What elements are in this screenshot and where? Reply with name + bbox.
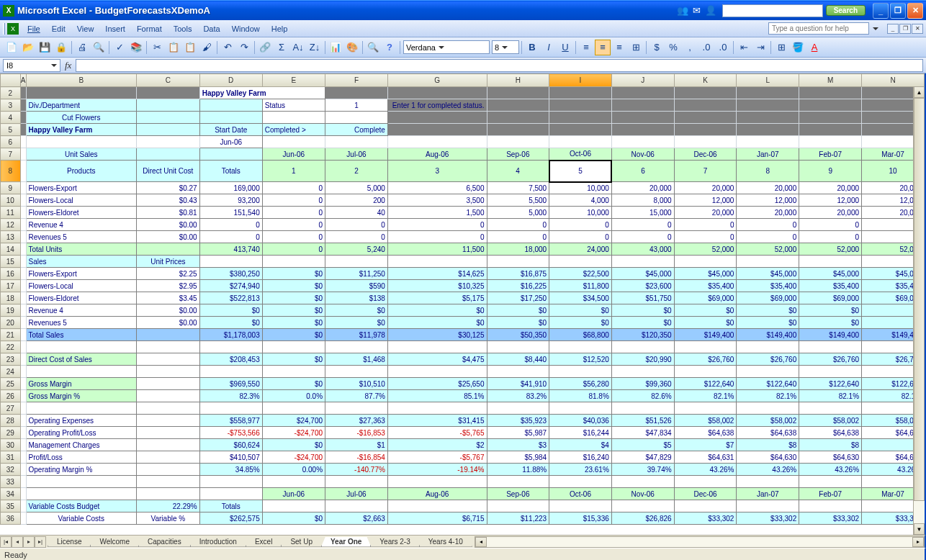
cell[interactable] (199, 341, 262, 353)
cell[interactable] (325, 476, 388, 488)
menu-window[interactable]: Window (226, 23, 266, 35)
row-header[interactable]: 35 (1, 500, 21, 512)
cell[interactable]: Revenues 5 (26, 231, 137, 243)
cell[interactable]: $590 (325, 280, 388, 292)
cell[interactable]: 151,540 (199, 207, 262, 219)
cell[interactable]: 2 (325, 161, 388, 182)
cell[interactable]: -140.77% (325, 464, 388, 476)
cell[interactable] (20, 292, 26, 304)
cell[interactable] (20, 402, 26, 415)
cell[interactable]: 0 (737, 231, 799, 243)
cell[interactable] (487, 87, 549, 99)
cell[interactable]: $45,000 (611, 268, 674, 280)
cell[interactable]: 0 (799, 231, 862, 243)
cell[interactable] (26, 341, 137, 353)
underline-icon[interactable]: U (557, 40, 573, 55)
cell[interactable]: $0.43 (137, 194, 200, 207)
cell[interactable]: $2.95 (137, 280, 200, 292)
cell[interactable]: $0 (611, 317, 674, 329)
row-header[interactable]: 5 (1, 124, 21, 136)
cell[interactable]: $0 (199, 304, 262, 317)
cell[interactable] (137, 124, 200, 136)
row-header[interactable]: 28 (1, 415, 21, 427)
sort-asc-icon[interactable]: A↓ (290, 40, 306, 55)
cell[interactable]: $45,000 (737, 268, 799, 280)
cell[interactable]: $69,000 (674, 292, 737, 304)
cell[interactable] (799, 136, 862, 148)
cell[interactable]: Aug-06 (387, 148, 487, 161)
cell[interactable]: Revenue 4 (26, 219, 137, 231)
cell[interactable]: Flowers-Export (26, 268, 137, 280)
cell[interactable]: $0 (325, 317, 388, 329)
cell[interactable]: $40,036 (549, 415, 612, 427)
sort-desc-icon[interactable]: Z↓ (307, 40, 323, 55)
cell[interactable] (674, 136, 737, 148)
cell[interactable]: $68,800 (549, 329, 612, 341)
cell[interactable]: 12,000 (737, 194, 799, 207)
cell[interactable]: $5,984 (487, 451, 549, 464)
cell[interactable]: 0 (487, 219, 549, 231)
cell[interactable]: -$5,765 (387, 427, 487, 439)
cell[interactable] (199, 112, 262, 124)
cell[interactable]: 6 (611, 161, 674, 182)
save-icon[interactable]: 💾 (37, 40, 53, 55)
cell[interactable]: 82.1% (799, 390, 862, 402)
cell[interactable] (20, 488, 26, 500)
cell[interactable] (262, 366, 325, 378)
cell[interactable]: 0.00% (262, 464, 325, 476)
cell[interactable]: $0 (674, 317, 737, 329)
cell[interactable] (674, 99, 737, 112)
cell[interactable] (137, 488, 200, 500)
cell[interactable]: 82.6% (611, 390, 674, 402)
cell[interactable]: $0 (325, 304, 388, 317)
print-icon[interactable]: 🖨 (74, 40, 90, 55)
row-header[interactable]: 33 (1, 476, 21, 488)
row-header[interactable]: 24 (1, 366, 21, 378)
cell[interactable]: Variable Costs Budget (26, 500, 137, 512)
cell[interactable]: $1,468 (325, 353, 388, 366)
cell[interactable]: $41,910 (487, 378, 549, 390)
people-icon[interactable]: 👥 (677, 5, 688, 16)
row-header[interactable]: 26 (1, 390, 21, 402)
cell[interactable]: Sep-06 (487, 148, 549, 161)
drawing-icon[interactable]: 🎨 (344, 40, 360, 55)
format-painter-icon[interactable]: 🖌 (199, 40, 215, 55)
cell[interactable] (199, 99, 262, 112)
cell[interactable] (26, 136, 137, 148)
cell[interactable]: Operating Expenses (26, 415, 137, 427)
web-search-button[interactable]: Search (826, 5, 866, 16)
tab-first-button[interactable]: |◂ (0, 536, 12, 548)
decrease-indent-icon[interactable]: ⇤ (736, 40, 752, 55)
cell[interactable]: Unit Sales (26, 148, 137, 161)
redo-icon[interactable]: ↷ (236, 40, 252, 55)
align-left-icon[interactable]: ≡ (578, 40, 594, 55)
cell[interactable]: Div./Department (26, 99, 137, 112)
cell[interactable]: $410,507 (199, 451, 262, 464)
cell[interactable]: $0 (487, 304, 549, 317)
cell[interactable]: 5,240 (325, 243, 388, 256)
cell[interactable]: 413,740 (199, 243, 262, 256)
permission-icon[interactable]: 🔒 (53, 40, 69, 55)
cell[interactable] (20, 148, 26, 161)
doc-minimize-button[interactable]: _ (887, 24, 899, 34)
column-header[interactable]: D (199, 74, 262, 87)
cell[interactable] (137, 378, 200, 390)
maximize-button[interactable]: ❐ (890, 3, 906, 19)
cell[interactable]: 0 (387, 219, 487, 231)
cell[interactable]: $64,638 (799, 427, 862, 439)
cell[interactable]: $0.00 (137, 317, 200, 329)
cell[interactable]: Aug-06 (387, 488, 487, 500)
cell[interactable] (20, 451, 26, 464)
cell[interactable]: Management Charges (26, 439, 137, 451)
cell[interactable]: $0 (262, 304, 325, 317)
cell[interactable] (674, 87, 737, 99)
decrease-decimal-icon[interactable]: .0 (715, 40, 731, 55)
cell[interactable]: 0 (611, 231, 674, 243)
cell[interactable] (549, 500, 612, 512)
cell[interactable] (387, 136, 487, 148)
cell[interactable]: 20,000 (674, 182, 737, 194)
sheet-tab[interactable]: Set Up (281, 537, 322, 547)
row-header[interactable]: 14 (1, 243, 21, 256)
cell[interactable]: Completed > (262, 124, 325, 136)
cell[interactable] (674, 341, 737, 353)
